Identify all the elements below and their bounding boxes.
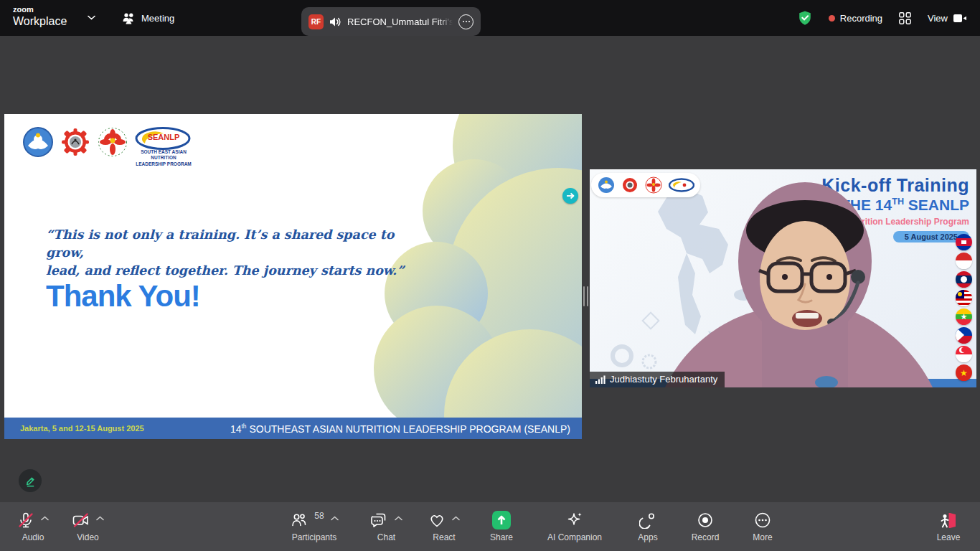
meeting-people-icon <box>122 12 136 24</box>
meeting-toolbar: Audio Video 58 Participants <box>0 502 980 551</box>
leave-button[interactable]: Leave <box>933 510 964 542</box>
tab-shared-screen[interactable]: RF RECFON_Ummatul Fitri's scre <box>301 7 481 36</box>
audio-speaker-icon <box>329 17 341 27</box>
chat-button[interactable]: Chat <box>370 510 402 542</box>
seameo-logo-icon <box>60 127 90 157</box>
brand-zoom: zoom <box>13 6 67 14</box>
malaysia-flag-icon <box>956 290 972 306</box>
top-right-cluster: Recording View <box>797 0 967 36</box>
ministry-education-logo-icon <box>23 127 53 157</box>
more-button[interactable]: More <box>747 510 778 542</box>
security-shield-icon[interactable] <box>797 10 813 26</box>
slide-quote: “This is not only a training. It’s a sha… <box>46 226 405 280</box>
react-chevron-icon[interactable] <box>452 516 460 521</box>
share-label: Share <box>490 532 513 542</box>
participants-button[interactable]: 58 Participants <box>284 510 344 542</box>
quote-line-1: “This is not only a training. It’s a sha… <box>46 226 405 262</box>
microphone-muted-icon <box>17 512 34 529</box>
seameo-recfon-logo-icon <box>98 127 128 157</box>
share-screen-icon <box>492 511 511 529</box>
zoom-meeting-window: zoom Workplace Meeting RF RECFON_Ummatul… <box>0 0 980 551</box>
shared-screen-slide: SEANLP SOUTH EAST ASIAN NUTRITION LEADER… <box>4 114 582 439</box>
video-options-chevron-icon[interactable] <box>96 516 104 521</box>
camera-off-icon <box>72 512 90 529</box>
seanlp-logo-subtext-2: LEADERSHIP PROGRAM <box>135 161 192 167</box>
indonesia-flag-icon <box>956 253 972 269</box>
apps-icon <box>639 512 656 529</box>
quote-line-2: lead, and reflect together. The journey … <box>46 262 405 280</box>
apps-button[interactable]: Apps <box>632 510 664 542</box>
audio-options-chevron-icon[interactable] <box>41 516 49 521</box>
participants-icon <box>290 512 308 529</box>
share-button[interactable]: Share <box>486 510 517 542</box>
panel-resize-handle[interactable] <box>583 286 588 306</box>
recording-indicator: Recording <box>829 13 882 24</box>
singapore-flag-icon <box>956 346 972 362</box>
ai-companion-sparkle-icon <box>565 511 584 529</box>
cambodia-flag-icon <box>956 234 972 250</box>
react-label: React <box>433 532 455 542</box>
brand-workplace: Workplace <box>13 16 67 27</box>
apps-label: Apps <box>638 532 657 542</box>
speaker-name: Judhiastuty Februhartanty <box>610 374 717 385</box>
top-bar: zoom Workplace Meeting RF RECFON_Ummatul… <box>0 0 980 36</box>
chat-label: Chat <box>377 532 395 542</box>
record-button[interactable]: Record <box>689 510 721 542</box>
leave-label: Leave <box>937 532 961 542</box>
seanlp-logo: SEANLP SOUTH EAST ASIAN NUTRITION LEADER… <box>135 127 192 166</box>
vietnam-flag-icon: ★ <box>956 364 972 381</box>
participants-label: Participants <box>292 532 337 542</box>
asean-flags-column: ★★ <box>956 234 972 381</box>
participant-initials-badge: RF <box>308 14 324 29</box>
more-ellipsis-icon <box>754 512 771 529</box>
leave-door-icon <box>939 512 958 529</box>
shared-screen-tab-title: RECFON_Ummatul Fitri's scre <box>347 17 453 27</box>
audio-button[interactable]: Audio <box>17 510 49 542</box>
slide-logo-row: SEANLP SOUTH EAST ASIAN NUTRITION LEADER… <box>23 127 192 166</box>
view-button[interactable]: View <box>928 13 967 24</box>
video-label: Video <box>77 532 98 542</box>
video-button[interactable]: Video <box>72 510 104 542</box>
participants-chevron-icon[interactable] <box>331 516 339 521</box>
gallery-grid-icon[interactable] <box>898 11 912 25</box>
heart-icon <box>428 512 446 529</box>
recording-label: Recording <box>840 13 882 24</box>
tab-meeting[interactable]: Meeting <box>122 9 174 27</box>
participants-count: 58 <box>314 511 324 521</box>
laos-flag-icon <box>956 271 972 288</box>
record-label: Record <box>692 532 720 542</box>
participant-name-label: Judhiastuty Februhartanty <box>590 372 725 387</box>
audio-level-bars-icon <box>595 375 606 384</box>
pencil-icon <box>24 475 37 487</box>
philippines-flag-icon <box>956 327 972 344</box>
slide-footer-date: Jakarta, 5 and 12-15 August 2025 <box>20 424 144 433</box>
annotate-button[interactable] <box>19 469 42 492</box>
thank-you-heading: Thank You! <box>46 279 200 314</box>
react-button[interactable]: React <box>428 510 460 542</box>
view-layout-icon <box>953 13 967 24</box>
more-label: More <box>753 532 772 542</box>
scroll-to-shared-content-button[interactable] <box>562 188 578 204</box>
ai-companion-button[interactable]: AI Companion <box>543 510 606 542</box>
ai-companion-label: AI Companion <box>547 532 602 542</box>
chat-icon <box>370 512 388 529</box>
speaker-video-tile[interactable]: Kick-off Training THE 14TH SEANLP Asian … <box>590 169 976 387</box>
slide-footer-bar: Jakarta, 5 and 12-15 August 2025 14th SO… <box>4 418 582 439</box>
audio-label: Audio <box>22 532 44 542</box>
chat-chevron-icon[interactable] <box>395 516 402 521</box>
record-icon <box>697 512 714 529</box>
meeting-tab-label: Meeting <box>141 13 174 24</box>
tab-more-options-icon[interactable] <box>458 14 473 29</box>
seanlp-logo-subtext-1: SOUTH EAST ASIAN NUTRITION <box>135 149 192 161</box>
myanmar-flag-icon: ★ <box>956 309 972 325</box>
workspace-chevron-down-icon[interactable] <box>88 15 95 20</box>
speaker-person <box>590 169 976 387</box>
recording-dot-icon <box>829 15 835 22</box>
slide-footer-title: 14th SOUTHEAST ASIAN NUTRITION LEADERSHI… <box>230 423 570 435</box>
zoom-workplace-logo: zoom Workplace <box>13 6 67 27</box>
view-label: View <box>928 13 948 24</box>
